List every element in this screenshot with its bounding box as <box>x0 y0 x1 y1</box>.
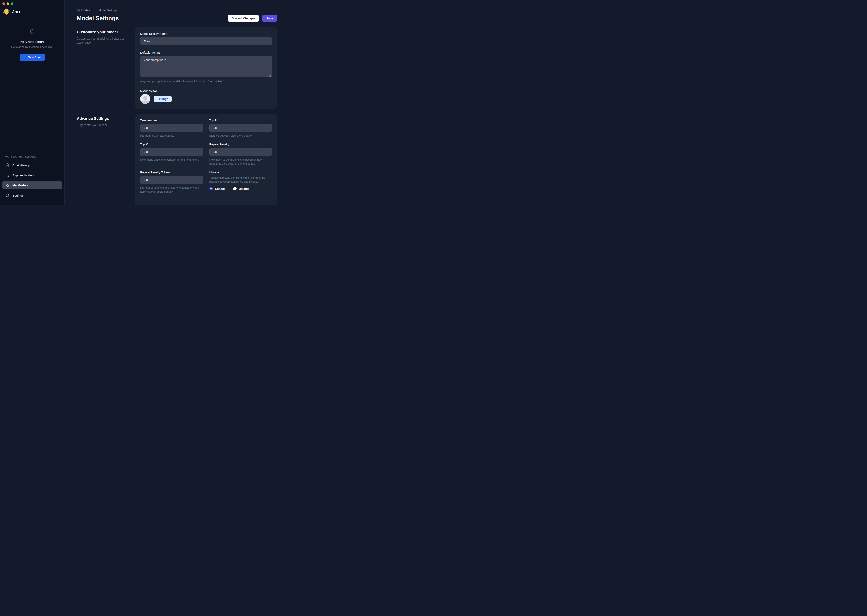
chat-empty-state: No Chat History Get started by creating … <box>0 29 65 61</box>
model-avatar-label: Model Avatar <box>140 89 272 92</box>
mirostat-radio-group: Enable Disable <box>209 187 272 190</box>
model-display-name-label: Model Display Name <box>140 32 272 36</box>
repeat-penalty-tokens-field: Repeat Penalty Tokens Number of tokens i… <box>140 171 203 194</box>
default-prompt-label: Default Prompt <box>140 51 272 54</box>
sidebar-item-settings[interactable]: Settings <box>2 191 62 200</box>
model-display-name-input[interactable] <box>140 37 272 45</box>
sidebar-item-label: My Models <box>13 184 28 187</box>
empty-state-subtitle: Get started by creating a new chat. <box>0 45 65 48</box>
repeat-penalty-tokens-caption: Number of tokens in the history to consi… <box>140 186 203 194</box>
advance-heading: Advance Settings <box>77 116 136 121</box>
chat-bubble-icon <box>30 29 35 34</box>
main-content: My Models Model Settings Model Settings … <box>65 0 289 205</box>
top-k-caption: How many options to consider for the nex… <box>140 158 203 162</box>
gear-icon <box>5 193 9 198</box>
waving-hand-icon <box>3 8 10 16</box>
change-avatar-button[interactable]: Change <box>154 96 172 102</box>
person-icon <box>143 96 147 101</box>
sidebar-item-explore-models[interactable]: Explore Models <box>2 171 62 179</box>
top-k-input[interactable] <box>140 148 203 156</box>
app-window: Jan No Chat History Get started by creat… <box>0 0 289 205</box>
customize-intro: Customize your model Customize your mode… <box>77 27 136 44</box>
sidebar-config-section: YOUR CONFIGURATIONS Chat History <box>2 156 62 201</box>
search-icon <box>5 173 9 178</box>
repeat-penalty-input[interactable] <box>209 148 272 156</box>
panel-divider <box>140 201 272 202</box>
close-window-button[interactable] <box>2 2 5 5</box>
top-p-input[interactable] <box>209 124 272 132</box>
advance-intro: Advance Settings Fully control your Mode… <box>77 114 136 127</box>
sidebar-item-chat-history[interactable]: Chat History <box>2 161 62 170</box>
repeat-penalty-label: Repeat Penalty <box>209 143 272 146</box>
default-prompt-textarea[interactable] <box>140 56 272 77</box>
minimize-window-button[interactable] <box>6 2 9 5</box>
top-k-field: Top K How many options to consider for t… <box>140 143 203 166</box>
sidebar-item-label: Settings <box>13 194 24 197</box>
advance-description: Fully control your Model <box>77 123 134 127</box>
temperature-caption: Randomness of text outputs <box>140 134 203 138</box>
top-p-caption: Balance between diversity & quality <box>209 134 272 138</box>
customize-panel: Model Display Name Default Prompt A syst… <box>136 27 277 109</box>
grid-icon <box>5 183 9 187</box>
model-avatar-image <box>140 94 150 104</box>
radio-selected-icon <box>209 187 213 190</box>
temperature-field: Temperature Randomness of text outputs <box>140 119 203 138</box>
breadcrumb: My Models Model Settings <box>77 9 277 12</box>
page-header: Model Settings Discard Changes Save <box>77 15 277 22</box>
advance-section: Advance Settings Fully control your Mode… <box>77 114 277 205</box>
save-button[interactable]: Save <box>262 15 277 22</box>
new-chat-button[interactable]: + New Chat <box>20 53 45 61</box>
mirostat-caption: Toggles mirostats sampling, which contro… <box>209 176 272 184</box>
breadcrumb-model-settings[interactable]: Model Settings <box>99 9 117 12</box>
mirostat-disable-radio[interactable]: Disable <box>233 187 249 190</box>
sidebar: Jan No Chat History Get started by creat… <box>0 0 65 205</box>
page-title: Model Settings <box>77 15 119 22</box>
chevron-right-icon <box>93 9 96 12</box>
default-prompt-caption: A system prompt that your model will alw… <box>140 79 272 83</box>
window-controls <box>2 2 13 5</box>
sidebar-item-my-models[interactable]: My Models <box>2 181 62 190</box>
temperature-label: Temperature <box>140 119 203 122</box>
discard-changes-button[interactable]: Discard Changes <box>228 15 259 22</box>
temperature-input[interactable] <box>140 124 203 132</box>
header-actions: Discard Changes Save <box>228 15 277 22</box>
config-section-label: YOUR CONFIGURATIONS <box>2 156 62 159</box>
top-p-field: Top P Balance between diversity & qualit… <box>209 119 272 138</box>
customize-section: Customize your model Customize your mode… <box>77 27 277 109</box>
advance-panel: Temperature Randomness of text outputs T… <box>136 114 277 205</box>
radio-unselected-icon <box>233 187 236 190</box>
sidebar-item-label: Chat History <box>13 163 30 167</box>
mirostat-field: Mirostat Toggles mirostats sampling, whi… <box>209 171 272 194</box>
empty-state-title: No Chat History <box>0 40 65 44</box>
clipboard-icon <box>5 163 9 167</box>
brand: Jan <box>3 8 20 16</box>
resize-grip-icon[interactable] <box>269 74 271 76</box>
app-name: Jan <box>12 9 20 15</box>
repeat-penalty-caption: How much to penalize tokens based on how… <box>209 158 272 166</box>
mirostat-enable-radio[interactable]: Enable <box>209 187 225 190</box>
customize-description: Customize your model for a better user e… <box>77 36 134 44</box>
mirostat-label: Mirostat <box>209 171 272 174</box>
breadcrumb-my-models[interactable]: My Models <box>77 9 90 12</box>
repeat-penalty-tokens-label: Repeat Penalty Tokens <box>140 171 203 174</box>
top-p-label: Top P <box>209 119 272 122</box>
plus-icon: + <box>24 55 26 59</box>
repeat-penalty-tokens-input[interactable] <box>140 176 203 184</box>
customize-heading: Customize your model <box>77 30 136 34</box>
repeat-penalty-field: Repeat Penalty How much to penalize toke… <box>209 143 272 166</box>
sidebar-item-label: Explore Models <box>13 174 34 177</box>
top-k-label: Top K <box>140 143 203 146</box>
zoom-window-button[interactable] <box>11 2 13 5</box>
